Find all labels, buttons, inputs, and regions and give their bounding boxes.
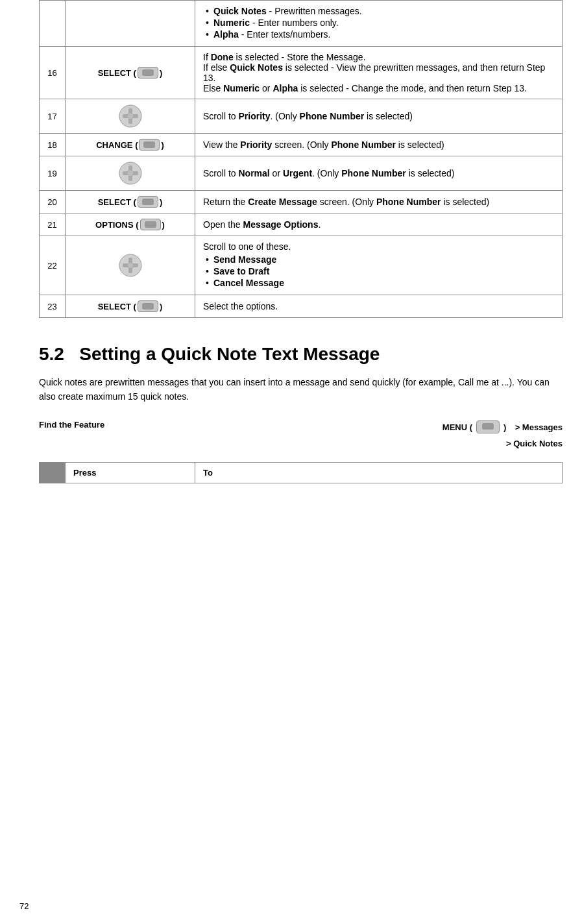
- menu-line-2: > Quick Notes: [143, 436, 563, 451]
- find-feature: Find the Feature MENU ( ) > Messages > Q…: [39, 420, 563, 452]
- step-action: [66, 236, 195, 295]
- list-item: Cancel Message: [203, 278, 554, 288]
- table-col-press: Press: [66, 462, 195, 483]
- step-desc: Scroll to Normal or Urgent. (Only Phone …: [195, 156, 563, 191]
- step-num: 21: [40, 213, 66, 236]
- action-paren: ): [160, 68, 162, 78]
- menu-arrow-messages: > Messages: [510, 420, 563, 435]
- list-item: Send Message: [203, 254, 554, 265]
- step-num: 22: [40, 236, 66, 295]
- step-action: [66, 1, 195, 47]
- select-button-icon: SELECT ( ): [98, 300, 163, 312]
- section-number: 5.2: [39, 344, 64, 364]
- bold-text: Alpha: [213, 29, 239, 40]
- step-action: [66, 156, 195, 191]
- step-num: 23: [40, 295, 66, 318]
- svg-point-7: [127, 170, 134, 176]
- steps-table: Quick Notes - Prewritten messages. Numer…: [39, 0, 563, 318]
- step-num: 18: [40, 134, 66, 156]
- step-action: SELECT ( ): [66, 191, 195, 213]
- page-number: 72: [19, 901, 29, 911]
- menu-paren: ): [503, 420, 506, 435]
- table-row: 20 SELECT ( ) Return the Create Message …: [40, 191, 563, 213]
- action-label: CHANGE (: [96, 140, 138, 150]
- table-row: 21 OPTIONS ( ) Open the Message Options.: [40, 213, 563, 236]
- to-label: To: [203, 468, 213, 478]
- bold-text: Numeric: [213, 18, 250, 28]
- action-paren: ): [161, 140, 164, 150]
- options-button-icon: OPTIONS ( ): [95, 219, 165, 230]
- select-button-icon: SELECT ( ): [98, 67, 163, 79]
- action-label: SELECT (: [98, 302, 136, 311]
- menu-quick-notes: > Quick Notes: [506, 439, 563, 448]
- change-button-icon: CHANGE ( ): [96, 139, 164, 151]
- step-action: [66, 99, 195, 134]
- menu-phone-button: [476, 420, 500, 433]
- svg-point-11: [127, 262, 134, 269]
- section-title: Setting a Quick Note Text Message: [79, 344, 380, 364]
- menu-label: MENU (: [443, 420, 472, 435]
- step-action: SELECT ( ): [66, 295, 195, 318]
- step-num: [40, 1, 66, 47]
- table-row: 19 Scroll to Normal or Urgent. (Only Pho…: [40, 156, 563, 191]
- action-paren: ): [160, 302, 162, 311]
- step-num: 17: [40, 99, 66, 134]
- step-desc: Return the Create Message screen. (Only …: [195, 191, 563, 213]
- phone-button: [138, 67, 158, 79]
- phone-button: [138, 300, 158, 312]
- nav-button-icon: [119, 104, 142, 128]
- step-desc: View the Priority screen. (Only Phone Nu…: [195, 134, 563, 156]
- table-row: 18 CHANGE ( ) View the Priority screen. …: [40, 134, 563, 156]
- action-label: SELECT (: [98, 68, 136, 78]
- phone-button: [139, 139, 160, 151]
- table-col-to: To: [195, 462, 563, 483]
- step-desc: Scroll to one of these. Send Message Sav…: [195, 236, 563, 295]
- step-desc: Select the options.: [195, 295, 563, 318]
- table-row: 16 SELECT ( ) If Done is selected - Stor…: [40, 47, 563, 99]
- find-feature-label: Find the Feature: [39, 420, 143, 430]
- section-heading: 5.2 Setting a Quick Note Text Message: [39, 344, 563, 365]
- list-item: Alpha - Enter texts/numbers.: [203, 29, 554, 40]
- action-label: SELECT (: [98, 197, 136, 207]
- press-label: Press: [73, 468, 96, 478]
- phone-button: [140, 219, 161, 230]
- table-col-step: [40, 462, 66, 483]
- action-paren: ): [160, 197, 162, 207]
- step-desc: If Done is selected - Store the Message.…: [195, 47, 563, 99]
- table-row-header: Press To: [40, 462, 563, 483]
- list-item: Quick Notes - Prewritten messages.: [203, 6, 554, 16]
- step-desc: Quick Notes - Prewritten messages. Numer…: [195, 1, 563, 47]
- action-label: OPTIONS (: [95, 220, 138, 230]
- step-num: 20: [40, 191, 66, 213]
- action-paren: ): [162, 220, 165, 230]
- find-feature-path: MENU ( ) > Messages > Quick Notes: [143, 420, 563, 452]
- bold-text: Quick Notes: [213, 6, 267, 16]
- bottom-table: Press To: [39, 462, 563, 483]
- step-desc: Scroll to Priority. (Only Phone Number i…: [195, 99, 563, 134]
- list-item: Numeric - Enter numbers only.: [203, 18, 554, 28]
- select-button-icon: SELECT ( ): [98, 196, 163, 208]
- step-action: CHANGE ( ): [66, 134, 195, 156]
- step-num: 19: [40, 156, 66, 191]
- step-num: 16: [40, 47, 66, 99]
- phone-button: [138, 196, 158, 208]
- table-row: Quick Notes - Prewritten messages. Numer…: [40, 1, 563, 47]
- table-row: 17 Scroll to Priority. (Only Phone Numbe…: [40, 99, 563, 134]
- step-action: SELECT ( ): [66, 47, 195, 99]
- svg-point-3: [127, 113, 134, 119]
- step-desc: Open the Message Options.: [195, 213, 563, 236]
- section-description: Quick notes are prewritten messages that…: [39, 375, 563, 404]
- nav-button-icon: [119, 254, 142, 277]
- table-row: 22 Scroll to one of these. Send: [40, 236, 563, 295]
- step-action: OPTIONS ( ): [66, 213, 195, 236]
- menu-line-1: MENU ( ) > Messages: [143, 420, 563, 435]
- table-row: 23 SELECT ( ) Select the options.: [40, 295, 563, 318]
- list-item: Save to Draft: [203, 266, 554, 276]
- nav-button-icon: [119, 162, 142, 185]
